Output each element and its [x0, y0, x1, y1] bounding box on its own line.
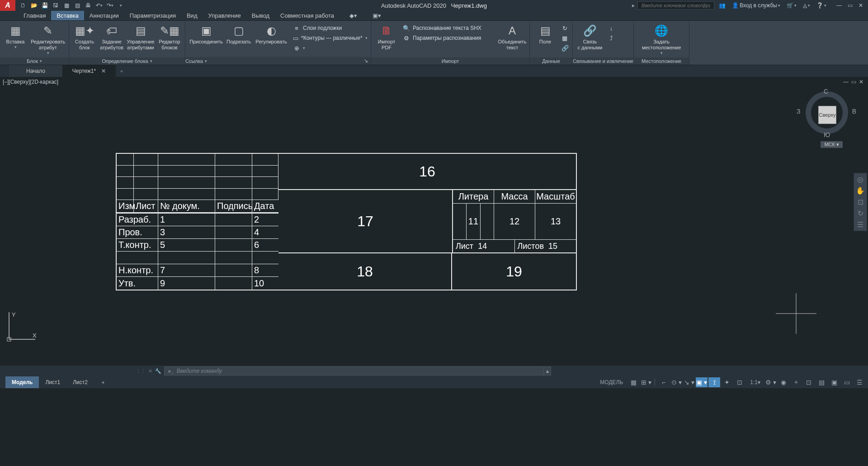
viewcube-south[interactable]: Ю — [824, 131, 830, 138]
infocenter-icon[interactable]: 👥 — [717, 2, 727, 9]
tab-annotations[interactable]: Аннотации — [84, 11, 124, 20]
tab-featured[interactable]: ◆▾ — [344, 11, 363, 20]
wcs-label[interactable]: МСК ▾ — [821, 141, 843, 148]
steering-wheel-icon[interactable]: ◎ — [857, 175, 863, 184]
combine-text-button[interactable]: AОбъединить текст — [498, 23, 527, 51]
orbit-icon[interactable]: ↻ — [858, 209, 863, 218]
customize-icon[interactable]: ☰ — [854, 377, 865, 387]
vp-maximize-icon[interactable]: ▭ — [851, 79, 856, 85]
cmd-history-icon[interactable]: ▴ — [544, 366, 551, 376]
add-layout-button[interactable]: ＋ — [94, 376, 112, 388]
tab-home[interactable]: Главная — [18, 11, 51, 20]
hyperlink-icon[interactable]: 🔗 — [560, 43, 570, 52]
tab-view[interactable]: Вид — [181, 11, 203, 20]
frames-button[interactable]: ▭*Контуры — различные* ▾ — [291, 33, 368, 43]
dyninput-icon[interactable]: ⊡ — [734, 377, 745, 387]
download-source-icon[interactable]: ↓ — [606, 24, 616, 33]
viewcube-west[interactable]: З — [797, 108, 800, 115]
cmd-handle-icon[interactable]: ⋮⋮ — [136, 368, 146, 374]
block-editor-button[interactable]: ✎▦Редактор блоков — [157, 23, 182, 51]
vp-minimize-icon[interactable]: — — [843, 79, 849, 85]
tab-parametrize[interactable]: Параметризация — [124, 11, 181, 20]
cmd-wrench-icon[interactable]: 🔧 — [155, 368, 161, 374]
open-icon[interactable]: 📂 — [29, 1, 39, 10]
data-link-button[interactable]: 🔗Связь с данными — [576, 23, 604, 51]
search-input[interactable] — [637, 1, 714, 10]
zoom-extents-icon[interactable]: ⊡ — [858, 198, 863, 206]
workspace-icon[interactable]: ◉ — [778, 377, 789, 387]
annotation-scale-button[interactable]: 1:1 ▾ — [746, 377, 764, 387]
attach-button[interactable]: ▣Присоединить — [188, 23, 224, 45]
close-icon[interactable]: ✕ — [856, 1, 865, 10]
quick-props-icon[interactable]: ▤ — [816, 377, 827, 387]
command-input[interactable]: ▸_Введите команду — [164, 366, 544, 376]
polar-icon[interactable]: ⊙ ▾ — [670, 377, 682, 387]
app-store-icon[interactable]: 🛒 ▾ — [785, 2, 798, 9]
web-open-icon[interactable]: ▦ — [61, 1, 71, 10]
ribbon-collapse-icon[interactable]: ▣▾ — [367, 11, 387, 20]
3dosnap-icon[interactable]: ⟟ — [708, 377, 720, 387]
restore-icon[interactable]: ▭ — [845, 1, 854, 10]
extract-data-icon[interactable]: ⤴ — [606, 33, 616, 43]
save-icon[interactable]: 💾 — [40, 1, 50, 10]
layout-tab-model[interactable]: Модель — [5, 376, 39, 388]
tab-manage[interactable]: Управление — [203, 11, 246, 20]
tab-insert[interactable]: Вставка — [51, 11, 84, 20]
field-button[interactable]: ▤Поле — [533, 23, 558, 45]
viewcube-east[interactable]: В — [852, 108, 856, 115]
vp-close-icon[interactable]: ✕ — [859, 79, 863, 85]
viewcube-north[interactable]: С — [824, 88, 828, 95]
otrack-icon[interactable]: ✦ — [721, 377, 733, 387]
status-model-button[interactable]: МОДЕЛЬ — [596, 377, 627, 387]
layout-tab-2[interactable]: Лист2 — [66, 376, 94, 388]
annotation-monitor-icon[interactable]: ＋ — [790, 377, 802, 387]
create-block-button[interactable]: ▦✦Создать блок — [72, 23, 97, 51]
ortho-icon[interactable]: ⌐ — [658, 377, 670, 387]
doc-tab-start[interactable]: Начало — [9, 65, 62, 77]
set-location-button[interactable]: 🌐Задать местоположение▾ — [637, 23, 686, 55]
add-tab-button[interactable]: ＋ — [116, 65, 127, 77]
recognition-settings-button[interactable]: ⚙Параметры распознавания — [401, 33, 496, 43]
grid-icon[interactable]: ▦ — [627, 377, 639, 387]
snap-icon[interactable]: ⊞ ▾ — [640, 377, 652, 387]
new-icon[interactable]: 🗋 — [18, 1, 28, 10]
tab-output[interactable]: Вывод — [246, 11, 275, 20]
web-save-icon[interactable]: ▤ — [72, 1, 82, 10]
signin-button[interactable]: 👤 Вход в службы ▾ — [730, 2, 782, 9]
gear-icon[interactable]: ⚙ ▾ — [765, 377, 777, 387]
viewcube[interactable]: Сверху С Ю В З — [802, 88, 852, 138]
update-fields-icon[interactable]: ↻ — [560, 24, 570, 33]
pan-icon[interactable]: ✋ — [856, 186, 865, 195]
clean-screen-icon[interactable]: ▭ — [841, 377, 853, 387]
app-logo[interactable]: A — [0, 0, 15, 11]
ui-lock-icon[interactable]: ▣ — [828, 377, 840, 387]
clip-button[interactable]: ▢Подрезать — [226, 23, 251, 45]
edit-attribute-button[interactable]: ✎Редактировать атрибут▾ — [30, 23, 66, 55]
viewport-label[interactable]: [–][Сверху][2D-каркас] — [3, 79, 58, 85]
adjust-button[interactable]: ◐Регулировать — [253, 23, 289, 45]
define-attributes-button[interactable]: 🏷Задание атрибутов — [99, 23, 124, 51]
redo-icon[interactable]: ↷ ▾ — [105, 1, 115, 10]
showmotion-icon[interactable]: ☰ — [857, 220, 863, 229]
units-icon[interactable]: ⊡ — [803, 377, 815, 387]
import-pdf-button[interactable]: 🗎Импорт PDF — [374, 23, 399, 51]
saveas-icon[interactable]: 🖫 — [51, 1, 61, 10]
qat-more-icon[interactable]: ▾ — [116, 1, 126, 10]
plot-icon[interactable]: 🖶 — [83, 1, 93, 10]
drawing-area[interactable]: [–][Сверху][2D-каркас] — ▭ ✕ Сверху С Ю … — [0, 77, 868, 366]
tab-collab[interactable]: Совместная работа — [275, 11, 340, 20]
osnap-icon[interactable]: ▣ ▾ — [696, 377, 708, 387]
manage-attributes-button[interactable]: ▤Управление атрибутами — [126, 23, 155, 51]
layout-tab-1[interactable]: Лист1 — [39, 376, 66, 388]
underlay-layers-button[interactable]: ≡Слои подложки — [291, 24, 368, 33]
a360-icon[interactable]: ◬ ▾ — [801, 2, 812, 9]
recognize-shx-button[interactable]: 🔍Распознавание текста SHX — [401, 24, 496, 33]
undo-icon[interactable]: ↶ ▾ — [94, 1, 104, 10]
cmd-close-icon[interactable]: ✕ — [148, 368, 152, 374]
doc-tab-drawing[interactable]: Чертеж1*✕ — [62, 65, 116, 77]
insert-block-button[interactable]: ▦Вставка▾ — [3, 23, 28, 49]
viewcube-face[interactable]: Сверху — [818, 106, 836, 124]
ole-object-icon[interactable]: ▦ — [560, 33, 570, 43]
help-icon[interactable]: ❔ ▾ — [815, 2, 828, 9]
minimize-icon[interactable]: — — [835, 1, 844, 10]
